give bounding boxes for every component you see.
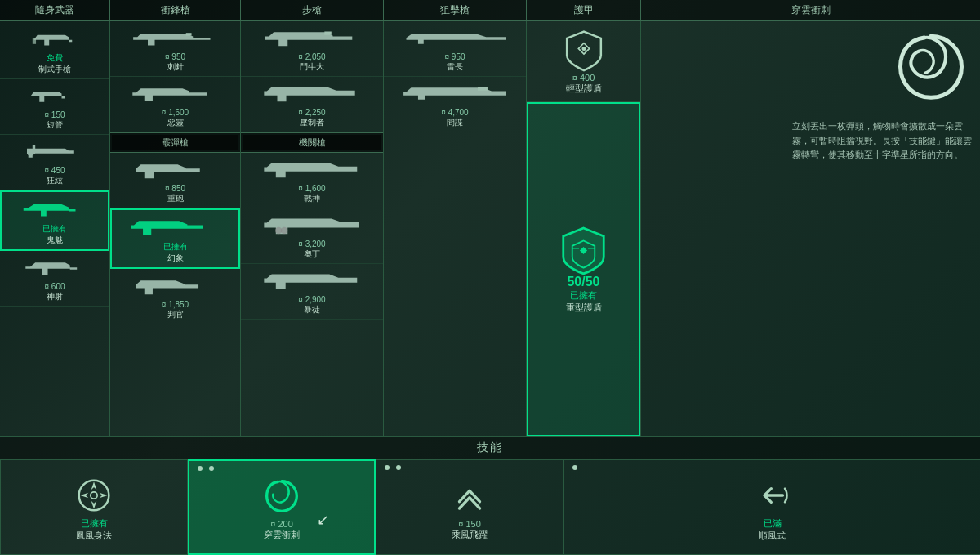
light-armor-name: 輕型護盾 xyxy=(566,83,602,95)
skills-section: 技能 已擁有 鳳風身法 xyxy=(0,436,980,555)
skill-dot-3 xyxy=(385,465,390,470)
judge-name: 判官 xyxy=(167,309,184,320)
mg-header: 機關槍 xyxy=(243,135,381,150)
guardian-name: 壓制者 xyxy=(300,117,324,128)
sharp-price: ¤ 600 xyxy=(44,282,65,291)
heavy-armor-count: 50/50 xyxy=(567,275,599,289)
weapon-sharp[interactable]: ¤ 600 神射 xyxy=(0,251,109,307)
weapon-guardian[interactable]: ¤ 2,250 壓制者 xyxy=(241,77,383,132)
armor-light[interactable]: ¤ 400 輕型護盾 xyxy=(527,21,640,102)
svg-point-8 xyxy=(91,491,97,498)
weapon-thorn[interactable]: ¤ 950 刺針 xyxy=(110,21,240,77)
weapon-ares[interactable]: ¤ 1,600 戰神 xyxy=(241,153,383,208)
sidearm3-name: 狂絃 xyxy=(47,175,63,186)
svg-rect-1 xyxy=(185,33,191,35)
light-armor-price: ¤ 400 xyxy=(572,73,595,83)
skill-dot-5 xyxy=(572,465,577,470)
skill-dot-4 xyxy=(396,465,401,470)
weapon-ghost[interactable]: 已擁有 鬼魅 xyxy=(0,190,109,251)
thorn-price: ¤ 950 xyxy=(165,52,185,61)
skill-cloudstrike-name: 穿雲衝刺 xyxy=(264,529,300,541)
weapon-operator[interactable]: ¤ 4,700 間諜 xyxy=(384,77,526,132)
weapon-shortgun[interactable]: ¤ 150 短管 xyxy=(0,79,109,135)
weapon-vandal[interactable]: ¤ 2,900 暴徒 xyxy=(241,264,383,320)
judge-price: ¤ 1,850 xyxy=(162,300,189,309)
sniper-empty xyxy=(384,132,526,436)
skill-windwalk-owned: 已擁有 xyxy=(81,517,108,530)
header-assault: 衝鋒槍 xyxy=(110,0,241,21)
armor-heavy[interactable]: 50/50 已擁有 重型護盾 xyxy=(527,102,640,436)
weapon-bulldog[interactable]: ¤ 2,050 鬥牛大 xyxy=(241,21,383,77)
phantom-name: 幻象 xyxy=(167,253,184,264)
skill-cloudstrike-price: ¤ 200 xyxy=(270,519,293,529)
vandal-price: ¤ 2,900 xyxy=(298,295,325,304)
evil-price: ¤ 1,600 xyxy=(162,108,189,117)
ghost-name: 鬼魅 xyxy=(47,235,63,246)
skill-tailwind-name: 順風式 xyxy=(759,530,786,542)
cursor-indicator: ↙ xyxy=(317,511,329,529)
thorn-name: 刺針 xyxy=(167,61,184,73)
armor-column: ¤ 400 輕型護盾 50/50 已擁有 xyxy=(527,21,641,436)
skill-tailwind-full: 已滿 xyxy=(764,517,782,530)
vandal-name: 暴徒 xyxy=(304,304,320,316)
header-sniper: 狙擊槍 xyxy=(384,0,527,21)
shortgun-name: 短管 xyxy=(47,119,63,131)
weapon-phantom[interactable]: 已擁有 幻象 xyxy=(110,208,240,269)
shortgun-price: ¤ 150 xyxy=(44,110,65,119)
phantom-owned: 已擁有 xyxy=(163,241,188,253)
operator-name: 間諜 xyxy=(447,117,463,128)
skill-windjump-name: 乘風飛躍 xyxy=(452,529,488,541)
weapon-judge[interactable]: ¤ 1,850 判官 xyxy=(110,269,240,324)
pistol-name: 制式手槍 xyxy=(38,64,71,75)
skill-dot-1 xyxy=(198,466,203,471)
header-sidearm: 隨身武器 xyxy=(0,0,110,21)
skill-windjump[interactable]: ¤ 150 乘風飛躍 xyxy=(376,459,564,555)
sharp-name: 神射 xyxy=(47,291,63,302)
weapon-odin[interactable]: ¤ 3,200 奧丁 xyxy=(241,208,383,264)
svg-rect-5 xyxy=(478,87,488,91)
skill-dot-2 xyxy=(209,466,214,471)
sniper-column: ¤ 950 雷長 ¤ 4,700 間諜 xyxy=(384,21,527,436)
heavy-armor-owned: 已擁有 xyxy=(570,289,597,302)
ghost-owned: 已擁有 xyxy=(42,223,67,235)
skill-cloudstrike[interactable]: ↙ ¤ 200 穿雲衝刺 xyxy=(188,459,376,555)
svg-rect-2 xyxy=(324,32,332,35)
detail-column: 立刻丟出一枚彈頭，觸物時會擴散成一朵雲霧，可暫時阻擋視野。長按「技能鍵」能讓雲霧… xyxy=(641,21,980,436)
assault-column: ¤ 950 刺針 ¤ 1,600 惡靈 霰彈槍 xyxy=(110,21,241,436)
bulldog-name: 鬥牛大 xyxy=(300,61,324,73)
svg-rect-0 xyxy=(33,38,36,44)
evil-name: 惡靈 xyxy=(167,117,184,128)
sidearm3-price: ¤ 450 xyxy=(44,166,65,175)
skill-tailwind[interactable]: 已滿 順風式 xyxy=(564,459,980,555)
ares-price: ¤ 1,600 xyxy=(298,184,325,193)
bulldog-price: ¤ 2,050 xyxy=(298,52,325,61)
skills-header: 技能 xyxy=(0,437,980,459)
svg-point-4 xyxy=(281,227,288,235)
marshal-price: ¤ 950 xyxy=(444,52,465,61)
detail-description: 立刻丟出一枚彈頭，觸物時會擴散成一朵雲霧，可暫時阻擋視野。長按「技能鍵」能讓雲霧… xyxy=(792,119,972,163)
header-armor: 護甲 xyxy=(527,0,641,21)
odin-price: ¤ 3,200 xyxy=(298,239,325,248)
rifle-column: ¤ 2,050 鬥牛大 ¤ 2,250 壓制者 機關槍 xyxy=(241,21,384,436)
operator-price: ¤ 4,700 xyxy=(441,108,468,117)
detail-title: 穿雲衝刺 xyxy=(641,0,980,21)
svg-point-6 xyxy=(581,47,586,51)
marshal-name: 雷長 xyxy=(447,61,463,73)
weapon-pistol[interactable]: 免費 制式手槍 xyxy=(0,21,109,79)
weapon-marshal[interactable]: ¤ 950 雷長 xyxy=(384,21,526,77)
odin-name: 奧丁 xyxy=(304,248,320,260)
weapon-evil[interactable]: ¤ 1,600 惡靈 xyxy=(110,77,240,132)
heavy-armor-name: 重型護盾 xyxy=(566,302,602,314)
guardian-price: ¤ 2,250 xyxy=(298,108,325,117)
cannon-price: ¤ 850 xyxy=(165,184,185,193)
sidearm-column: 免費 制式手槍 ¤ 150 短管 ¤ 450 狂絃 xyxy=(0,21,110,436)
grenade-header: 霰彈槍 xyxy=(112,135,238,150)
weapon-cannon[interactable]: ¤ 850 重砲 xyxy=(110,153,240,208)
header-rifle: 步槍 xyxy=(241,0,384,21)
skill-windwalk-name: 鳳風身法 xyxy=(76,530,112,542)
skill-windjump-price: ¤ 150 xyxy=(458,519,481,529)
skill-windwalk[interactable]: 已擁有 鳳風身法 xyxy=(0,459,188,555)
cannon-name: 重砲 xyxy=(167,193,184,204)
free-label: 免費 xyxy=(47,52,63,64)
weapon-sidearm3[interactable]: ¤ 450 狂絃 xyxy=(0,135,109,190)
